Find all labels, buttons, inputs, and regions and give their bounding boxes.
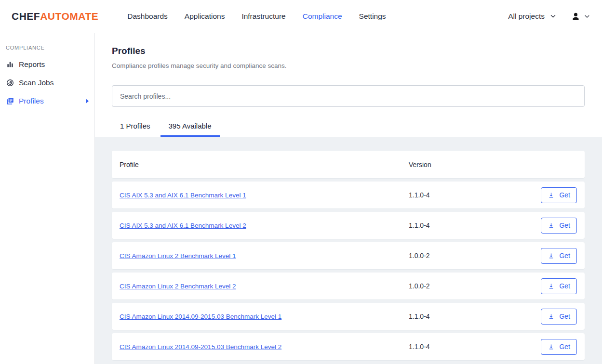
column-header-version: Version <box>409 161 577 169</box>
bar-chart-icon <box>6 60 14 69</box>
sidebar-section-label: COMPLIANCE <box>0 45 94 51</box>
logo-automate-text: AUTOMATE <box>40 11 98 22</box>
top-navbar: CHEFAUTOMATE Dashboards Applications Inf… <box>0 0 602 33</box>
get-button-label: Get <box>559 221 570 229</box>
download-icon <box>548 252 555 260</box>
table-row: CIS Amazon Linux 2 Benchmark Level 1 1.0… <box>112 242 585 269</box>
get-button-label: Get <box>559 312 570 320</box>
profile-version: 1.0.0-2 <box>409 252 541 260</box>
navbar-right: All projects <box>508 11 589 22</box>
chef-automate-logo[interactable]: CHEFAUTOMATE <box>12 11 98 22</box>
get-button-label: Get <box>559 191 570 199</box>
get-button[interactable]: Get <box>541 218 577 234</box>
table-row: CIS AIX 5.3 and AIX 6.1 Benchmark Level … <box>112 182 585 208</box>
profile-version: 1.0.0-2 <box>409 282 541 290</box>
page-header-area: Profiles Compliance profiles manage secu… <box>95 33 602 137</box>
profile-link[interactable]: CIS Amazon Linux 2014.09-2015.03 Benchma… <box>120 343 281 351</box>
projects-filter-dropdown[interactable]: All projects <box>508 12 556 21</box>
sidebar-item-label: Scan Jobs <box>19 78 54 87</box>
user-avatar-icon <box>570 11 581 22</box>
profile-version: 1.1.0-4 <box>409 312 541 320</box>
get-button[interactable]: Get <box>541 278 577 294</box>
chevron-down-icon <box>585 15 589 18</box>
tab-my-profiles[interactable]: 1 Profiles <box>112 118 159 137</box>
expand-right-icon[interactable] <box>86 99 89 104</box>
profile-link[interactable]: CIS AIX 5.3 and AIX 6.1 Benchmark Level … <box>120 222 246 229</box>
sidebar-item-reports[interactable]: Reports <box>0 55 94 74</box>
main-content: Profiles Compliance profiles manage secu… <box>95 33 602 364</box>
get-button-label: Get <box>559 282 570 290</box>
nav-settings[interactable]: Settings <box>359 12 386 21</box>
sidebar-item-profiles[interactable]: Profiles <box>0 92 94 110</box>
table-row: CIS Amazon Linux 2 Benchmark Level 2 1.0… <box>112 273 585 299</box>
table-header-row: Profile Version <box>112 151 585 178</box>
main-nav: Dashboards Applications Infrastructure C… <box>127 12 386 21</box>
profile-link[interactable]: CIS AIX 5.3 and AIX 6.1 Benchmark Level … <box>120 192 246 199</box>
column-header-profile: Profile <box>120 161 409 169</box>
table-row: CIS Amazon Linux 2014.09-2015.03 Benchma… <box>112 333 585 360</box>
page-title: Profiles <box>112 46 585 56</box>
download-icon <box>548 222 555 229</box>
profiles-table-area: Profile Version CIS AIX 5.3 and AIX 6.1 … <box>95 137 602 364</box>
profile-link[interactable]: CIS Amazon Linux 2 Benchmark Level 2 <box>120 283 236 290</box>
profiles-tabs: 1 Profiles 395 Available <box>112 118 585 137</box>
download-icon <box>548 313 555 320</box>
search-input[interactable] <box>112 85 585 107</box>
download-icon <box>548 192 555 199</box>
sidebar-item-label: Reports <box>19 60 45 69</box>
tab-available[interactable]: 395 Available <box>161 118 220 137</box>
sidebar-item-label: Profiles <box>19 97 44 105</box>
profile-version: 1.1.0-4 <box>409 191 541 199</box>
user-menu[interactable] <box>570 11 589 22</box>
logo-chef-text: CHEF <box>12 11 40 22</box>
sidebar: COMPLIANCE Reports Scan Jobs Pr <box>0 33 95 364</box>
profile-link[interactable]: CIS Amazon Linux 2014.09-2015.03 Benchma… <box>120 313 281 320</box>
get-button-label: Get <box>559 252 570 260</box>
get-button-label: Get <box>559 343 570 351</box>
get-button[interactable]: Get <box>541 187 577 203</box>
table-body: CIS AIX 5.3 and AIX 6.1 Benchmark Level … <box>112 182 585 360</box>
nav-compliance[interactable]: Compliance <box>303 12 342 21</box>
profile-link[interactable]: CIS Amazon Linux 2 Benchmark Level 1 <box>120 252 236 260</box>
radar-icon <box>6 78 14 87</box>
profile-version: 1.1.0-4 <box>409 343 541 351</box>
page-description: Compliance profiles manage security and … <box>112 63 585 69</box>
table-row: CIS Amazon Linux 2014.09-2015.03 Benchma… <box>112 303 585 330</box>
chevron-down-icon <box>550 14 556 18</box>
download-icon <box>548 343 555 351</box>
projects-filter-label: All projects <box>508 12 545 21</box>
get-button[interactable]: Get <box>541 248 577 264</box>
download-icon <box>548 283 555 290</box>
nav-dashboards[interactable]: Dashboards <box>127 12 168 21</box>
get-button[interactable]: Get <box>541 309 577 325</box>
library-icon <box>6 97 14 105</box>
profile-version: 1.1.0-4 <box>409 221 541 229</box>
get-button[interactable]: Get <box>541 339 577 355</box>
nav-infrastructure[interactable]: Infrastructure <box>241 12 285 21</box>
nav-applications[interactable]: Applications <box>185 12 225 21</box>
sidebar-item-scan-jobs[interactable]: Scan Jobs <box>0 74 94 92</box>
table-row: CIS AIX 5.3 and AIX 6.1 Benchmark Level … <box>112 212 585 239</box>
